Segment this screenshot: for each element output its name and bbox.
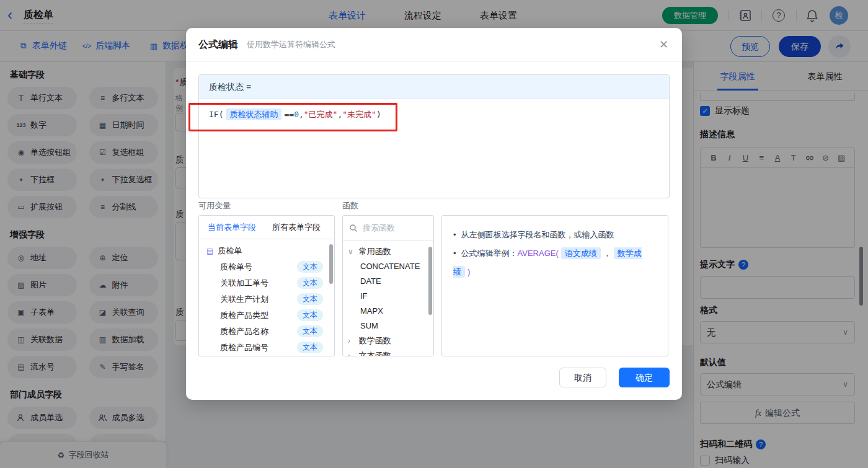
type-tag: 文本 xyxy=(297,342,323,353)
functions-scrollbar[interactable] xyxy=(428,247,432,315)
type-tag: 文本 xyxy=(297,309,323,321)
formula-field-chip[interactable]: 质检状态辅助 xyxy=(226,108,281,120)
formula-function-token: IF( xyxy=(209,110,223,119)
formula-editor[interactable]: IF(质检状态辅助==0,"已完成","未完成") xyxy=(199,99,669,130)
formula-box: 质检状态 = IF(质检状态辅助==0,"已完成","未完成") xyxy=(198,74,670,198)
variables-scrollbar[interactable] xyxy=(329,244,333,284)
variables-panel: 当前表单字段 所有表单字段 ▤ 质检单 质检单号文本 关联加工单号文本 关联生产… xyxy=(198,215,335,356)
modal-header: 公式编辑 使用数学运算符编辑公式 xyxy=(186,28,682,62)
tab-current-form-fields[interactable]: 当前表单字段 xyxy=(208,222,256,233)
function-item[interactable]: SUM xyxy=(343,319,433,333)
function-item[interactable]: MAPX xyxy=(343,304,433,319)
tip-line-1: •从左侧面板选择字段名和函数，或输入函数 xyxy=(453,226,657,244)
chevron-right-icon: › xyxy=(348,348,356,356)
functions-section-label: 函数 xyxy=(342,200,358,211)
tab-all-form-fields[interactable]: 所有表单字段 xyxy=(272,222,321,233)
function-item[interactable]: DATE xyxy=(343,274,433,289)
modal-subtitle: 使用数学运算符编辑公式 xyxy=(247,39,335,50)
formula-operator: == xyxy=(284,110,294,119)
variable-item[interactable]: 关联生产计划文本 xyxy=(199,291,334,307)
function-group-text[interactable]: › 文本函数 xyxy=(343,348,433,356)
tips-panel: •从左侧面板选择字段名和函数，或输入函数 •公式编辑举例：AVERAGE(语文成… xyxy=(441,215,668,356)
type-tag: 文本 xyxy=(297,325,323,337)
example-field-chip: 语文成绩 xyxy=(561,247,601,259)
form-doc-icon: ▤ xyxy=(206,247,213,255)
search-placeholder: 搜索函数 xyxy=(363,223,395,234)
formula-target: 质检状态 = xyxy=(199,75,669,99)
variable-item[interactable]: 质检产品名称文本 xyxy=(199,324,334,340)
type-tag: 文本 xyxy=(297,277,323,289)
modal-footer: 取消 确定 xyxy=(559,368,670,387)
chevron-right-icon: › xyxy=(348,333,356,348)
average-function-token: AVERAGE( xyxy=(518,249,559,258)
formula-string: "已完成" xyxy=(304,110,338,119)
functions-panel: 搜索函数 ∨ 常用函数 CONCATENATE DATE IF MAPX SUM… xyxy=(342,215,434,356)
variables-tree-root[interactable]: ▤ 质检单 xyxy=(199,243,334,259)
search-icon xyxy=(349,224,358,232)
formula-string: "未完成" xyxy=(342,110,376,119)
function-item[interactable]: IF xyxy=(343,289,433,304)
variables-tabs: 当前表单字段 所有表单字段 xyxy=(199,216,334,239)
variable-item[interactable]: 质检产品编号文本 xyxy=(199,340,334,356)
variable-item[interactable]: 关联加工单号文本 xyxy=(199,275,334,291)
type-tag: 文本 xyxy=(297,293,323,305)
modal-title: 公式编辑 xyxy=(198,38,238,51)
function-search[interactable]: 搜索函数 xyxy=(343,216,433,241)
function-group-common[interactable]: ∨ 常用函数 xyxy=(343,244,433,259)
chevron-down-icon: ∨ xyxy=(348,244,356,259)
cancel-button[interactable]: 取消 xyxy=(559,368,606,387)
type-tag: 文本 xyxy=(297,261,323,273)
function-item[interactable]: CONCATENATE xyxy=(343,259,433,274)
variable-item[interactable]: 质检产品类型文本 xyxy=(199,307,334,324)
tip-line-2: •公式编辑举例：AVERAGE(语文成绩，数学成绩) xyxy=(453,244,657,281)
confirm-button[interactable]: 确定 xyxy=(619,368,670,387)
function-group-math[interactable]: › 数学函数 xyxy=(343,333,433,348)
close-icon[interactable]: ✕ xyxy=(659,38,668,51)
variable-item[interactable]: 质检单号文本 xyxy=(199,259,334,275)
formula-number: 0 xyxy=(294,110,299,119)
variables-section-label: 可用变量 xyxy=(198,200,231,211)
formula-edit-modal: 公式编辑 使用数学运算符编辑公式 ✕ 质检状态 = IF(质检状态辅助==0,"… xyxy=(186,28,682,400)
